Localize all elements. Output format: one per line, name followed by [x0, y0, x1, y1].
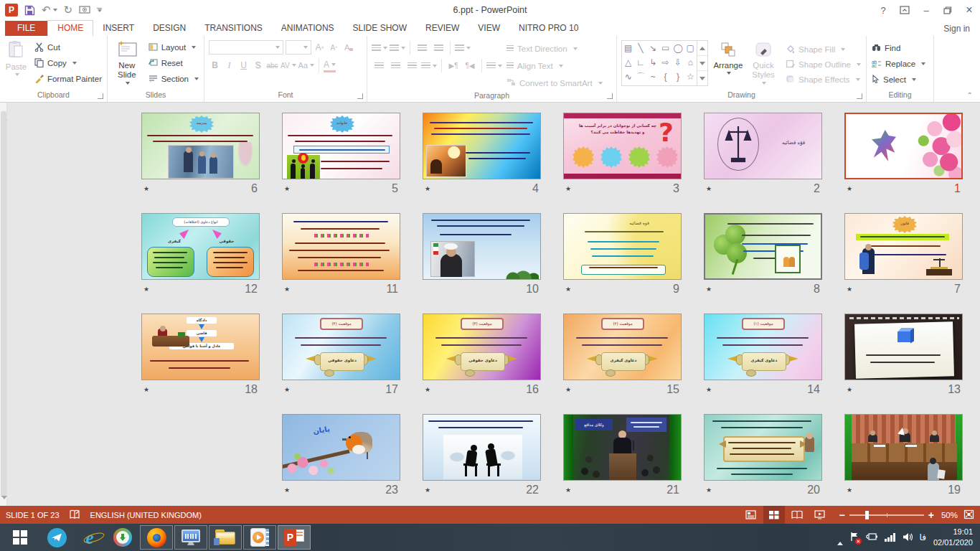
- rtl-direction-button[interactable]: ¶◀: [463, 59, 477, 72]
- animation-indicator-icon[interactable]: ★: [284, 185, 290, 192]
- normal-view-button[interactable]: [740, 506, 762, 524]
- animation-indicator-icon[interactable]: ★: [847, 185, 852, 192]
- help-button[interactable]: ?: [872, 0, 894, 20]
- animation-indicator-icon[interactable]: ★: [425, 386, 430, 393]
- slide-16-tile[interactable]: موقعیت (۳) دعاوی حقوقی ★16: [423, 314, 541, 399]
- repeat-icon[interactable]: ↻: [64, 5, 73, 15]
- shape-icon[interactable]: {: [664, 72, 667, 82]
- cut-button[interactable]: Cut: [31, 39, 105, 55]
- scroll-up-icon[interactable]: [1, 105, 6, 109]
- increase-indent-button[interactable]: [431, 41, 446, 55]
- find-button[interactable]: Find: [868, 40, 929, 56]
- start-taskbar-button[interactable]: [0, 524, 40, 551]
- slide-14-thumbnail[interactable]: موقعیت (۱) دعاوی کیفری: [704, 314, 822, 380]
- shape-outline-button[interactable]: Shape Outline: [782, 57, 864, 72]
- slide-show-button[interactable]: [809, 506, 831, 524]
- font-color-button[interactable]: A: [324, 58, 336, 72]
- internet-explorer-taskbar-button[interactable]: e: [73, 524, 106, 551]
- decrease-indent-button[interactable]: [415, 41, 429, 55]
- close-button[interactable]: ×: [958, 0, 980, 20]
- font-dialog-launcher[interactable]: [357, 93, 363, 99]
- zoom-in-button[interactable]: +: [928, 512, 934, 519]
- zoom-level[interactable]: 50%: [941, 511, 958, 519]
- slide-19-thumbnail[interactable]: [844, 414, 963, 481]
- slide-11-tile[interactable]: ★11: [282, 213, 400, 298]
- animation-indicator-icon[interactable]: ★: [706, 386, 712, 393]
- slide-5-tile[interactable]: خانواده ★5: [282, 113, 400, 198]
- slide-18-thumbnail[interactable]: دادگاه قاضی عادل و آشنا با قوانین: [141, 314, 260, 380]
- layout-button[interactable]: Layout: [145, 39, 202, 55]
- copy-button[interactable]: Copy: [31, 55, 105, 71]
- decrease-font-size-button[interactable]: A˅: [328, 40, 340, 55]
- shape-icon[interactable]: ▢: [687, 43, 694, 53]
- slide-10-thumbnail[interactable]: [423, 213, 541, 280]
- shape-icon[interactable]: ☆: [687, 72, 694, 82]
- slide-6-thumbnail[interactable]: مدرسه: [141, 113, 260, 179]
- animation-indicator-icon[interactable]: ★: [143, 386, 149, 393]
- animation-indicator-icon[interactable]: ★: [847, 486, 852, 494]
- animation-indicator-icon[interactable]: ★: [565, 486, 571, 494]
- slide-6-tile[interactable]: مدرسه ★6: [141, 113, 260, 198]
- language-indicator[interactable]: ENGLISH (UNITED KINGDOM): [90, 511, 202, 519]
- slide-8-tile[interactable]: ★8: [704, 213, 822, 298]
- tab-nitro-pro-10[interactable]: NITRO PRO 10: [509, 21, 588, 36]
- slide-17-thumbnail[interactable]: موقعیت (۴) دعاوی حقوقی: [282, 314, 400, 380]
- slide-19-tile[interactable]: ★19: [844, 414, 963, 499]
- shape-fill-button[interactable]: Shape Fill: [782, 42, 864, 57]
- gallery-more-icon[interactable]: [697, 71, 707, 85]
- shape-icon[interactable]: ↳: [649, 57, 656, 67]
- slide-20-thumbnail[interactable]: [704, 414, 822, 481]
- slide-18-tile[interactable]: دادگاه قاضی عادل و آشنا با قوانین ★18: [141, 314, 260, 399]
- save-icon[interactable]: [24, 5, 35, 16]
- volume-icon[interactable]: [903, 532, 913, 543]
- tab-transitions[interactable]: TRANSITIONS: [195, 21, 272, 36]
- gallery-scroll-down-icon[interactable]: [697, 56, 707, 71]
- shape-gallery[interactable]: ▤╲↘▭◯▢△∟↳⇨⇩⌂∿⌒~{}☆: [621, 40, 708, 86]
- align-text-button[interactable]: Align Text: [507, 58, 603, 73]
- slide-14-tile[interactable]: موقعیت (۱) دعاوی کیفری ★14: [704, 314, 822, 399]
- shape-icon[interactable]: ╲: [638, 43, 643, 53]
- slide-1-thumbnail[interactable]: [844, 113, 963, 179]
- slide-7-thumbnail[interactable]: قانون: [844, 213, 963, 280]
- shape-icon[interactable]: ⇨: [662, 57, 669, 67]
- align-left-button[interactable]: [372, 59, 386, 72]
- scrollbar-thumb[interactable]: [1, 111, 6, 497]
- tab-file[interactable]: FILE: [5, 21, 47, 36]
- scroll-down-icon[interactable]: [1, 499, 6, 504]
- reset-button[interactable]: Reset: [145, 55, 202, 71]
- slide-9-thumbnail[interactable]: قوه قضائیه: [563, 213, 682, 280]
- convert-to-smartart-button[interactable]: Convert to SmartArt: [507, 75, 603, 90]
- animation-indicator-icon[interactable]: ★: [425, 185, 430, 192]
- paragraph-dialog-launcher[interactable]: [607, 93, 613, 99]
- slide-11-thumbnail[interactable]: [282, 213, 400, 280]
- animation-indicator-icon[interactable]: ★: [143, 286, 149, 293]
- slide-23-tile[interactable]: پایان ★23: [282, 414, 400, 499]
- increase-font-size-button[interactable]: A˄: [314, 40, 326, 55]
- numbering-button[interactable]: [390, 41, 405, 55]
- zoom-out-button[interactable]: −: [839, 512, 845, 519]
- text-direction-button[interactable]: Text Direction: [507, 41, 603, 56]
- slide-21-tile[interactable]: وکلای مدافع ★21: [563, 414, 682, 499]
- drawing-dialog-launcher[interactable]: [857, 93, 862, 99]
- shape-icon[interactable]: ∿: [625, 72, 632, 82]
- new-slide-button[interactable]: New Slide: [109, 39, 145, 86]
- clear-formatting-button[interactable]: A: [342, 40, 354, 55]
- slide-5-thumbnail[interactable]: خانواده: [282, 113, 400, 179]
- slide-1-tile[interactable]: ★1: [844, 113, 963, 198]
- slide-16-thumbnail[interactable]: موقعیت (۳) دعاوی حقوقی: [423, 314, 541, 380]
- slide-23-thumbnail[interactable]: پایان: [282, 414, 400, 481]
- collapse-ribbon-icon[interactable]: ⌃: [967, 91, 973, 99]
- sign-in-link[interactable]: Sign in: [943, 24, 970, 34]
- zoom-slider[interactable]: [849, 514, 924, 516]
- slide-15-tile[interactable]: موقعیت (۲) دعاوی کیفری ★15: [563, 314, 682, 399]
- text-shadow-button[interactable]: S: [252, 58, 264, 72]
- align-center-button[interactable]: [388, 59, 402, 72]
- language-input-indicator[interactable]: فا: [920, 532, 926, 542]
- animation-indicator-icon[interactable]: ★: [706, 286, 712, 293]
- slide-3-thumbnail[interactable]: چه کسانی از نوجوانان در برابر آسیب ها و …: [563, 113, 682, 179]
- underline-button[interactable]: U: [237, 58, 250, 72]
- columns-button[interactable]: [486, 59, 502, 72]
- tab-slide-show[interactable]: SLIDE SHOW: [344, 21, 416, 36]
- fit-slide-to-window-button[interactable]: [963, 509, 974, 521]
- slide-2-tile[interactable]: قوّه قضائیه★2: [704, 113, 822, 198]
